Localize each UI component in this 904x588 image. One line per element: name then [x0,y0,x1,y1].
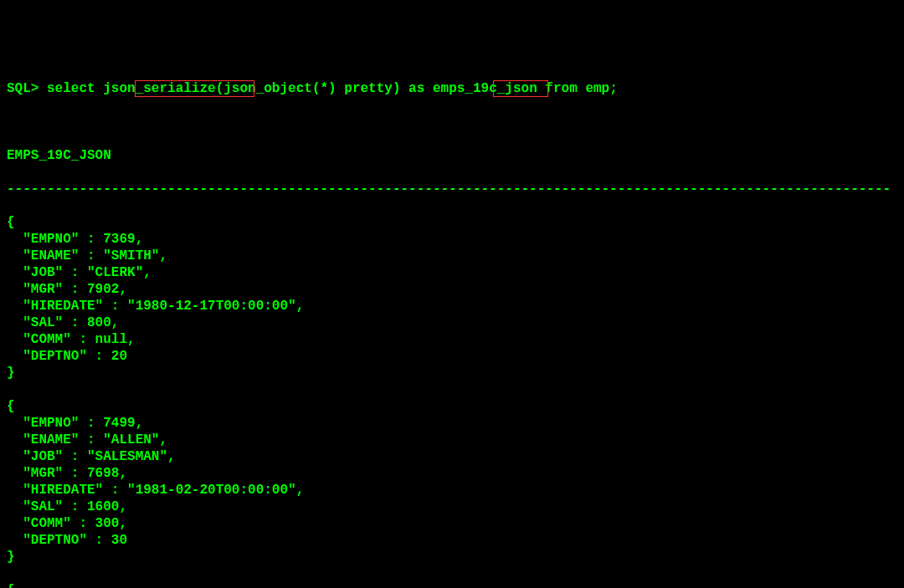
json-line: "COMM" : null, [7,331,897,348]
json-open-brace: { [7,398,897,415]
sql-prompt-line: SQL> select json_serialize(json_object(*… [7,80,897,97]
json-line: "EMPNO" : 7499, [7,415,897,432]
json-record: { "EMPNO" : 7521, "ENAME" : "WARD", "JOB… [7,582,897,588]
column-header: EMPS_19C_JSON [7,147,897,164]
json-record: { "EMPNO" : 7369, "ENAME" : "SMITH", "JO… [7,214,897,381]
json-line: "HIREDATE" : "1981-02-20T00:00:00", [7,482,897,499]
json-line: "COMM" : 300, [7,515,897,532]
json-line: "HIREDATE" : "1980-12-17T00:00:00", [7,298,897,314]
json-line: "SAL" : 800, [7,314,897,331]
json-line: "DEPTNO" : 30 [7,532,897,549]
sql-from: from [545,81,577,96]
blank-line [7,565,897,582]
blank-line [7,114,897,130]
json-line: "MGR" : 7698, [7,465,897,482]
terminal-output: SQL> select json_serialize(json_object(*… [7,64,897,588]
sql-table: emp; [585,81,617,96]
sql-as: ) as [393,81,424,96]
json-record: { "EMPNO" : 7499, "ENAME" : "ALLEN", "JO… [7,398,897,565]
highlight-pretty [493,80,548,97]
json-line: "SAL" : 1600, [7,499,897,515]
json-line: "EMPNO" : 7369, [7,231,897,248]
records-container: { "EMPNO" : 7369, "ENAME" : "SMITH", "JO… [7,214,897,588]
json-open-brace: { [7,582,897,588]
sql-prompt: SQL> [7,81,39,96]
json-close-brace: } [7,549,897,565]
sql-pretty: pretty [344,81,393,96]
highlight-json-serialize [135,80,254,97]
json-line: "MGR" : 7902, [7,281,897,298]
json-line: "ENAME" : "ALLEN", [7,432,897,448]
sql-select: select [47,81,95,96]
blank-line [7,381,897,398]
json-line: "JOB" : "CLERK", [7,264,897,281]
separator-line: ----------------------------------------… [7,181,897,197]
json-close-brace: } [7,365,897,381]
json-line: "JOB" : "SALESMAN", [7,448,897,465]
json-line: "DEPTNO" : 20 [7,348,897,365]
json-line: "ENAME" : "SMITH", [7,248,897,264]
json-open-brace: { [7,214,897,231]
